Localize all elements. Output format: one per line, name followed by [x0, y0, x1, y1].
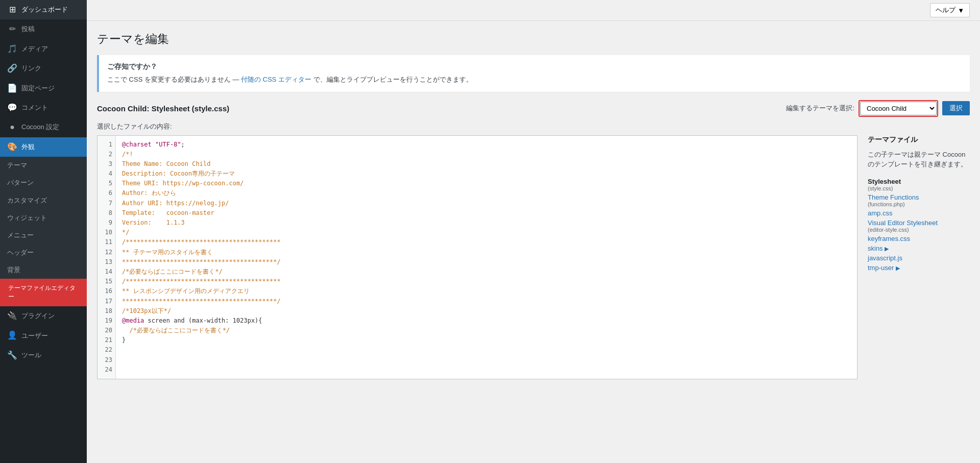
sidebar-item-media[interactable]: 🎵 メディア — [0, 39, 87, 59]
sidebar-item-label: カスタマイズ — [7, 196, 47, 205]
theme-selector: 編集するテーマを選択: Cocoon Child Cocoon 選択 — [786, 100, 970, 117]
sidebar-item-comments[interactable]: 💬 コメント — [0, 98, 87, 117]
topbar: ヘルプ ▼ — [87, 0, 980, 21]
code-line: ****************************************… — [122, 297, 851, 306]
sidebar-appearance-submenu: テーマ パターン カスタマイズ ウィジェット メニュー ヘッダー 背景 テーマフ… — [0, 157, 87, 306]
file-list-item: tmp-user ▶ — [868, 264, 970, 272]
theme-select[interactable]: Cocoon Child Cocoon — [860, 102, 937, 115]
sidebar-item-theme-editor[interactable]: テーマファイルエディター — [0, 279, 87, 306]
sidebar-item-label: ヘッダー — [7, 248, 34, 257]
code-line: */ — [122, 228, 851, 237]
file-link[interactable]: tmp-user ▶ — [868, 264, 900, 272]
file-content-label: 選択したファイルの内容: — [97, 122, 970, 131]
sidebar-item-label: プラグイン — [21, 311, 55, 321]
sidebar-item-background[interactable]: 背景 — [0, 261, 87, 279]
content-area: テーマを編集 ご存知ですか？ ここで CSS を変更する必要はありません — 付… — [87, 21, 980, 463]
theme-selector-label: 編集するテーマを選択: — [786, 104, 854, 113]
sidebar-item-label: テーマファイルエディター — [8, 284, 79, 301]
code-line: /*! — [122, 150, 851, 159]
page-title: テーマを編集 — [97, 31, 970, 47]
sidebar-item-label: ダッシュボード — [21, 5, 68, 14]
code-line: /*必要ならばここにコードを書く*/ — [122, 326, 851, 335]
code-line: Author URI: https://nelog.jp/ — [122, 199, 851, 208]
sidebar-item-label: テーマ — [7, 161, 27, 170]
sidebar-item-label: Cocoon 設定 — [21, 123, 59, 132]
sidebar-item-widgets[interactable]: ウィジェット — [0, 209, 87, 227]
css-editor-link[interactable]: 付随の CSS エディター — [241, 76, 311, 83]
sidebar-item-label: 背景 — [7, 265, 20, 275]
sidebar-item-label: コメント — [21, 103, 48, 112]
code-line: Version: 1.1.3 — [122, 218, 851, 228]
dashboard-icon: ⊞ — [7, 4, 17, 15]
sidebar-item-dashboard[interactable]: ⊞ ダッシュボード — [0, 0, 87, 19]
help-button[interactable]: ヘルプ ▼ — [930, 3, 970, 17]
file-link[interactable]: keyframes.css — [868, 235, 910, 242]
select-theme-button[interactable]: 選択 — [942, 101, 970, 115]
file-list-item: Theme Functions(functions.php) — [868, 193, 970, 207]
file-link[interactable]: skins ▶ — [868, 245, 889, 252]
code-line: Template: cocoon-master — [122, 208, 851, 218]
code-line: ** 子テーマ用のスタイルを書く — [122, 248, 851, 257]
help-dropdown-icon: ▼ — [958, 7, 964, 14]
code-line: /***************************************… — [122, 237, 851, 247]
sidebar-item-links[interactable]: 🔗 リンク — [0, 59, 87, 78]
sidebar-item-tools[interactable]: 🔧 ツール — [0, 346, 87, 365]
theme-files-title: テーマファイル — [868, 135, 970, 144]
sidebar-item-label: ウィジェット — [7, 213, 47, 223]
sidebar-item-label: 固定ページ — [21, 84, 55, 93]
code-line: ****************************************… — [122, 257, 851, 267]
code-line: /***************************************… — [122, 277, 851, 286]
sidebar-item-plugins[interactable]: 🔌 プラグイン — [0, 306, 87, 326]
sidebar-item-users[interactable]: 👤 ユーザー — [0, 326, 87, 345]
code-line: Theme URI: https://wp-cocoon.com/ — [122, 179, 851, 188]
sidebar: ⊞ ダッシュボード ✏ 投稿 🎵 メディア 🔗 リンク 📄 固定ページ 💬 コメ… — [0, 0, 87, 463]
file-link[interactable]: Theme Functions — [868, 193, 919, 201]
code-line: ** レスポンシブデザイン用のメディアクエリ — [122, 286, 851, 296]
file-list-item: Visual Editor Stylesheet(editor-style.cs… — [868, 219, 970, 233]
file-list-item: amp.css — [868, 209, 970, 217]
code-line: /*必要ならばここにコードを書く*/ — [122, 267, 851, 277]
appearance-icon: 🎨 — [7, 141, 17, 153]
main-content: ヘルプ ▼ テーマを編集 ご存知ですか？ ここで CSS を変更する必要はありま… — [87, 0, 980, 463]
line-numbers: 123456789101112131415161718192021222324 — [97, 136, 116, 379]
file-list-item: javascript.js — [868, 254, 970, 262]
code-line: /*1023px以下*/ — [122, 306, 851, 316]
sidebar-item-appearance[interactable]: 🎨 外観 — [0, 137, 87, 157]
editor-layout: 123456789101112131415161718192021222324 … — [97, 135, 970, 380]
sidebar-item-customize[interactable]: カスタマイズ — [0, 192, 87, 209]
file-list-item: keyframes.css — [868, 235, 970, 242]
sidebar-item-cocoon[interactable]: ● Cocoon 設定 — [0, 117, 87, 137]
file-list: Stylesheet(style.css)Theme Functions(fun… — [868, 178, 970, 272]
file-link[interactable]: Visual Editor Stylesheet — [868, 219, 938, 227]
sidebar-item-label: リンク — [21, 64, 41, 73]
code-area[interactable]: @charset "UTF-8";/*!Theme Name: Cocoon C… — [116, 136, 857, 379]
theme-select-wrapper: Cocoon Child Cocoon — [859, 100, 938, 117]
sidebar-item-label: メニュー — [7, 231, 34, 240]
code-editor[interactable]: 123456789101112131415161718192021222324 … — [97, 135, 857, 380]
sidebar-item-menus[interactable]: メニュー — [0, 227, 87, 244]
sidebar-item-patterns[interactable]: パターン — [0, 174, 87, 191]
code-line: } — [122, 335, 851, 345]
notice-box: ご存知ですか？ ここで CSS を変更する必要はありません — 付随の CSS … — [97, 55, 970, 92]
sidebar-item-label: メディア — [21, 44, 48, 54]
code-line: Author: わいひら — [122, 188, 851, 198]
sidebar-item-label: パターン — [7, 178, 34, 187]
editor-title: Cocoon Child: Stylesheet (style.css) — [97, 104, 229, 113]
file-list-item: skins ▶ — [868, 245, 970, 252]
file-link[interactable]: javascript.js — [868, 254, 902, 262]
sidebar-item-posts[interactable]: ✏ 投稿 — [0, 19, 87, 39]
notice-text: ここで CSS を変更する必要はありません — 付随の CSS エディター で、… — [107, 75, 962, 85]
tools-icon: 🔧 — [7, 350, 17, 361]
sidebar-item-header[interactable]: ヘッダー — [0, 244, 87, 261]
sidebar-item-themes[interactable]: テーマ — [0, 157, 87, 174]
code-line: @charset "UTF-8"; — [122, 140, 851, 150]
users-icon: 👤 — [7, 330, 17, 341]
sidebar-item-label: 投稿 — [21, 25, 35, 34]
theme-description: この子テーマは親テーマ Cocoon のテンプレートを引き継ぎます。 — [868, 150, 970, 169]
file-link[interactable]: amp.css — [868, 209, 892, 217]
sidebar-item-pages[interactable]: 📄 固定ページ — [0, 79, 87, 98]
sidebar-item-label: ツール — [21, 351, 41, 360]
media-icon: 🎵 — [7, 43, 17, 55]
pages-icon: 📄 — [7, 83, 17, 94]
comments-icon: 💬 — [7, 102, 17, 113]
